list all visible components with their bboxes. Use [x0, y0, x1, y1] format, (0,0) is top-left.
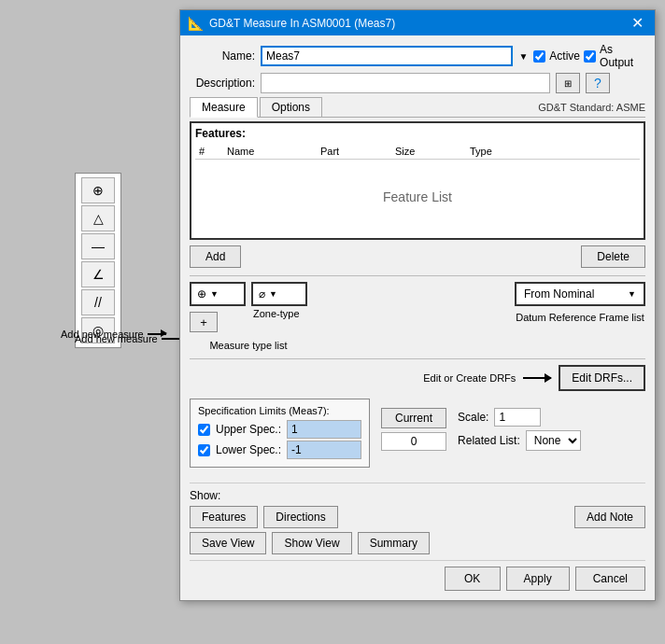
as-output-label: As Output	[600, 43, 645, 69]
zone-type-icon: ⌀	[259, 287, 265, 301]
col-type: Type	[466, 144, 640, 160]
edit-drfs-button[interactable]: Edit DRFs...	[559, 365, 645, 391]
from-nominal-label: From Nominal	[524, 287, 594, 301]
features-title: Features:	[195, 127, 640, 140]
features-table: # Name Part Size Type	[195, 144, 640, 160]
dialog-content: Name: ▼ Active As Output Description: ⊞ …	[180, 35, 655, 600]
current-value-input[interactable]	[381, 432, 446, 451]
active-label: Active	[549, 49, 580, 63]
add-measure-annotation-row: Add new measure	[61, 329, 166, 340]
zone-type-dropdown[interactable]: ⌀ ▼	[251, 282, 307, 306]
spec-limits-box: Specification Limits (Meas7): Upper Spec…	[190, 399, 370, 468]
related-list-row: Related List: None	[458, 430, 581, 451]
tabs-container: Measure Options GD&T Standard: ASME	[190, 97, 645, 118]
edit-drfs-row: Edit or Create DRFs Edit DRFs...	[190, 365, 645, 391]
drf-section: From Nominal ▼ Datum Reference Frame lis…	[515, 282, 645, 323]
description-label: Description:	[190, 77, 255, 90]
line-icon[interactable]: —	[81, 233, 115, 259]
upper-spec-input[interactable]	[287, 420, 361, 439]
parallel-icon[interactable]: //	[81, 289, 115, 315]
name-input[interactable]	[261, 46, 513, 66]
lower-spec-label: Lower Spec.:	[216, 443, 281, 456]
zone-type-chevron: ▼	[269, 289, 277, 299]
features-box: Features: # Name Part Size Type Feature …	[190, 121, 645, 240]
col-hash: #	[195, 144, 223, 160]
current-button[interactable]: Current	[381, 408, 446, 428]
related-list-select[interactable]: None	[526, 430, 581, 451]
add-measure-text: Add new measure	[61, 329, 144, 340]
description-row: Description: ⊞ ?	[190, 73, 645, 93]
shape-icons-panel: ⊕ △ — ∠ // ◎	[75, 173, 121, 348]
measure-type-icon: ⊕	[197, 287, 206, 301]
zone-type-annotation: Zone-type	[253, 308, 300, 319]
col-part: Part	[317, 144, 391, 160]
grid-icon-button[interactable]: ⊞	[556, 73, 580, 93]
save-view-button[interactable]: Save View	[190, 532, 266, 554]
add-button[interactable]: Add	[190, 245, 241, 268]
active-group: Active As Output	[533, 43, 645, 69]
add-note-button[interactable]: Add Note	[574, 506, 645, 528]
active-checkbox[interactable]	[533, 50, 545, 63]
scale-related-section: Scale: Related List: None	[458, 408, 581, 451]
edit-drfs-annotation: Edit or Create DRFs	[423, 372, 516, 384]
summary-button[interactable]: Summary	[358, 532, 430, 554]
from-nominal-chevron: ▼	[628, 289, 636, 299]
measure-type-dropdown[interactable]: ⊕ ▼	[190, 282, 246, 306]
circle-cross-icon[interactable]: ⊕	[81, 177, 115, 203]
spec-current-scale-row: Specification Limits (Meas7): Upper Spec…	[190, 399, 645, 475]
dropdown-arrow: ▼	[518, 51, 528, 62]
delete-button[interactable]: Delete	[581, 245, 645, 268]
spec-limits-title: Specification Limits (Meas7):	[198, 405, 361, 416]
feature-list-empty: Feature List	[195, 160, 640, 234]
scale-label: Scale:	[458, 411, 488, 424]
add-delete-row: Add Delete	[190, 245, 645, 268]
upper-spec-row: Upper Spec.:	[198, 420, 361, 439]
title-bar: 📐 GD&T Measure In ASM0001 (Meas7) ✕	[180, 10, 655, 35]
current-section: Current	[381, 408, 446, 451]
bottom-buttons: OK Apply Cancel	[190, 560, 645, 593]
upper-spec-checkbox[interactable]	[198, 424, 210, 436]
show-spacer	[344, 506, 569, 528]
show-row2: Save View Show View Summary	[190, 532, 645, 554]
lower-spec-checkbox[interactable]	[198, 444, 210, 456]
upper-spec-label: Upper Spec.:	[216, 423, 281, 436]
show-section: Show: Features Directions Add Note Save …	[190, 483, 645, 554]
directions-button[interactable]: Directions	[263, 506, 337, 528]
related-list-label: Related List:	[458, 434, 520, 447]
scale-row: Scale:	[458, 408, 581, 427]
lower-spec-row: Lower Spec.:	[198, 441, 361, 459]
features-button[interactable]: Features	[190, 506, 258, 528]
show-view-button[interactable]: Show View	[272, 532, 351, 554]
ok-button[interactable]: OK	[445, 567, 501, 591]
description-input[interactable]	[261, 73, 550, 93]
controls-section: ⊕ ▼ ⌀ ▼ + Measure type list Zone-type	[190, 282, 645, 351]
drf-label: Datum Reference Frame list	[515, 312, 645, 323]
show-label: Show:	[190, 489, 645, 502]
close-button[interactable]: ✕	[628, 14, 647, 32]
as-output-checkbox[interactable]	[584, 50, 596, 63]
dialog-title: GD&T Measure In ASM0001 (Meas7)	[209, 17, 395, 30]
tab-options[interactable]: Options	[260, 97, 322, 117]
lower-spec-input[interactable]	[287, 441, 361, 459]
show-buttons-row: Features Directions Add Note	[190, 506, 645, 528]
name-label: Name:	[190, 49, 255, 63]
triangle-icon[interactable]: △	[81, 205, 115, 231]
cancel-button[interactable]: Cancel	[575, 567, 645, 591]
measure-type-label: Measure type list	[190, 340, 307, 351]
apply-button[interactable]: Apply	[506, 567, 570, 591]
help-button[interactable]: ?	[586, 73, 610, 93]
tab-measure[interactable]: Measure	[190, 97, 258, 118]
gdt-standard: GD&T Standard: ASME	[538, 102, 645, 113]
scale-input[interactable]	[494, 408, 541, 427]
measure-type-chevron: ▼	[210, 289, 219, 299]
angle-icon[interactable]: ∠	[81, 261, 115, 287]
name-row: Name: ▼ Active As Output	[190, 43, 645, 69]
from-nominal-dropdown[interactable]: From Nominal ▼	[515, 282, 645, 306]
dropdowns-row: ⊕ ▼ ⌀ ▼	[190, 282, 307, 306]
col-size: Size	[391, 144, 466, 160]
dialog-icon: 📐	[188, 16, 204, 31]
col-name: Name	[223, 144, 317, 160]
main-dialog: 📐 GD&T Measure In ASM0001 (Meas7) ✕ Name…	[179, 9, 656, 601]
add-small-button[interactable]: +	[190, 312, 218, 332]
